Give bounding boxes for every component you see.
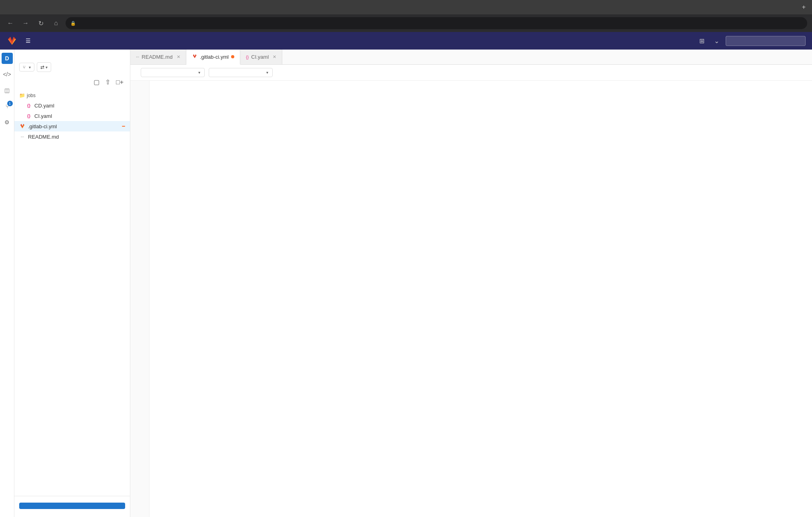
branch-icon: ⑂ [23, 65, 26, 70]
topnav-right: ⊞ ⌄ [696, 36, 806, 46]
commit-area [14, 496, 130, 517]
folder-name: jobs [27, 93, 36, 98]
edit-actions: ▢ ⇧ □+ [92, 78, 125, 87]
menu-button[interactable]: ☰ [26, 38, 33, 44]
template-dropdown-arrow: ▾ [198, 70, 200, 75]
sidebar-icons: D </> ◫ ⑂ 1 ⚙ [0, 50, 14, 517]
sidebar-icon-code[interactable]: </> [2, 69, 13, 80]
gitlab-ci-icon [19, 123, 26, 129]
tree-folder-jobs[interactable]: 📁 jobs [14, 91, 130, 100]
compare-button[interactable]: ⇄ ▾ [37, 62, 51, 72]
sidebar-panel: ⑂ ▾ ⇄ ▾ ▢ ⇧ □+ [14, 50, 130, 517]
new-folder-button[interactable]: □+ [114, 78, 125, 87]
code-content[interactable] [150, 81, 812, 517]
editor-area: ··· README.md ✕ .gitlab-ci.yml {} CI.yam… [130, 50, 812, 517]
browser-tabs-row [3, 0, 796, 14]
tree-file-cd-yaml[interactable]: {} CD.yaml [14, 100, 130, 111]
tree-file-gitlab-ci[interactable]: .gitlab-ci.yml [14, 121, 130, 131]
branch-dropdown-arrow: ▾ [29, 65, 31, 70]
ci-yaml-tab-close[interactable]: ✕ [273, 54, 276, 60]
gitlab-logo [6, 35, 21, 46]
sidebar-header [14, 50, 130, 59]
choose-template-dropdown[interactable]: ▾ [209, 68, 273, 77]
gitlab-ci-tab-icon [192, 54, 198, 60]
readme-tab-icon: ··· [136, 55, 139, 59]
tab-readme[interactable]: ··· README.md ✕ [130, 50, 186, 64]
compare-icon: ⇄ [40, 64, 44, 70]
folder-icon: 📁 [19, 93, 25, 98]
main-layout: D </> ◫ ⑂ 1 ⚙ ⑂ ▾ ⇄ [0, 50, 812, 517]
gitlab-ci-tab-label: .gitlab-ci.yml [200, 54, 229, 60]
gitlab-app: ☰ ⊞ ⌄ D </> ◫ ⑂ 1 ⚙ [0, 32, 812, 517]
merge-request-badge: 1 [7, 101, 13, 106]
sidebar-icon-mergerequests[interactable]: ⑂ 1 [2, 101, 13, 112]
ci-yaml-tab-label: CI.yaml [251, 54, 269, 60]
gitlab-logo-icon [6, 35, 18, 46]
address-box[interactable]: 🔒 [66, 17, 807, 29]
code-editor[interactable] [130, 81, 812, 517]
modified-dot [231, 55, 234, 58]
topnav-chevron-icon[interactable]: ⌄ [711, 36, 722, 46]
reload-button[interactable]: ↻ [35, 18, 46, 29]
readme-icon: ··· [19, 133, 26, 140]
readme-tab-close[interactable]: ✕ [177, 54, 180, 60]
cd-yaml-name: CD.yaml [34, 103, 125, 109]
browser-addressbar: ← → ↻ ⌂ 🔒 [0, 14, 812, 32]
line-numbers [130, 81, 150, 517]
global-search-input[interactable] [726, 36, 806, 46]
new-tab-button[interactable]: + [799, 4, 809, 11]
commit-button[interactable] [19, 503, 125, 509]
sidebar-icon-settings[interactable]: ⚙ [2, 117, 13, 128]
readme-tab-label: README.md [142, 54, 172, 60]
tree-file-ci-yaml[interactable]: {} CI.yaml [14, 111, 130, 121]
ci-yaml-icon: {} [26, 113, 32, 119]
compare-dropdown-arrow: ▾ [46, 65, 48, 70]
topnav-grid-icon[interactable]: ⊞ [696, 36, 708, 46]
forward-button[interactable]: → [20, 18, 31, 29]
sidebar-icon-profile[interactable]: D [2, 53, 13, 64]
edit-toolbar: ▢ ⇧ □+ [14, 75, 130, 89]
branch-selector[interactable]: ⑂ ▾ [19, 63, 34, 72]
branch-area: ⑂ ▾ ⇄ ▾ [14, 59, 130, 75]
file-tree: 📁 jobs {} CD.yaml {} CI.yaml .gitlab-ci.… [14, 89, 130, 143]
lock-icon: 🔒 [70, 21, 76, 26]
editor-tabs: ··· README.md ✕ .gitlab-ci.yml {} CI.yam… [130, 50, 812, 65]
home-button[interactable]: ⌂ [50, 18, 62, 29]
sidebar-icon-issues[interactable]: ◫ [2, 85, 13, 96]
back-button[interactable]: ← [5, 18, 16, 29]
tab-ci-yaml[interactable]: {} CI.yaml ✕ [240, 50, 282, 64]
choose-template-arrow: ▾ [266, 70, 268, 75]
cd-yaml-icon: {} [26, 102, 32, 109]
readme-name: README.md [28, 134, 125, 140]
gitlab-ci-name: .gitlab-ci.yml [28, 123, 120, 129]
tab-gitlab-ci[interactable]: .gitlab-ci.yml [186, 50, 240, 65]
modified-badge [122, 126, 125, 127]
topnav: ☰ ⊞ ⌄ [0, 32, 812, 50]
ci-yaml-tab-icon: {} [246, 55, 249, 60]
file-templates-bar: ▾ ▾ [130, 65, 812, 81]
upload-button[interactable]: ⇧ [104, 78, 112, 87]
browser-chrome: + [0, 0, 812, 14]
template-current-dropdown[interactable]: ▾ [141, 68, 205, 77]
new-file-button[interactable]: ▢ [92, 78, 101, 87]
hamburger-icon: ☰ [26, 38, 31, 44]
ci-yaml-name: CI.yaml [34, 113, 125, 119]
tree-file-readme[interactable]: ··· README.md [14, 131, 130, 142]
svg-marker-6 [193, 54, 196, 58]
